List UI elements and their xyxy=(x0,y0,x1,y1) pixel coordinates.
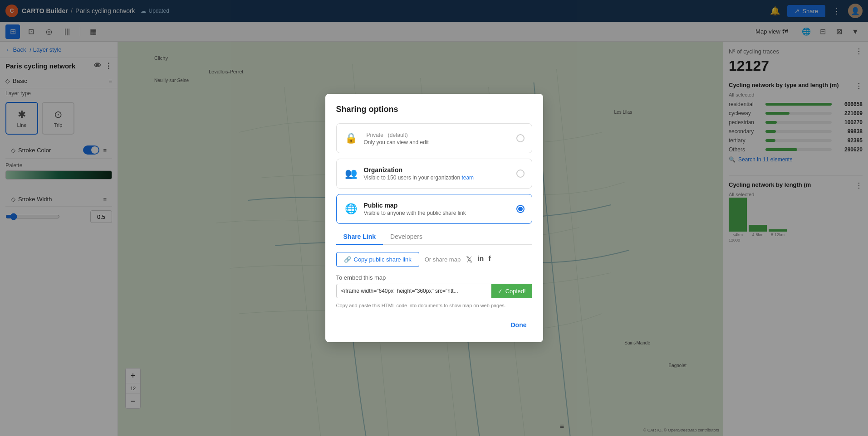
link-icon: 🔗 xyxy=(344,256,351,263)
private-option-card[interactable]: 🔒 Private (default) Only you can view an… xyxy=(336,123,532,153)
linkedin-icon[interactable]: in xyxy=(477,255,484,265)
org-team-link[interactable]: team xyxy=(461,174,474,181)
org-icon: 👥 xyxy=(344,168,358,179)
twitter-icon[interactable]: 𝕏 xyxy=(466,255,473,265)
embed-label: To embed this map xyxy=(336,274,532,281)
org-radio[interactable] xyxy=(516,170,525,178)
org-option-desc: Visible to 150 users in your organizatio… xyxy=(364,174,511,181)
share-actions: 🔗 Copy public share link Or share map 𝕏 … xyxy=(336,252,532,267)
modal-title: Sharing options xyxy=(336,105,532,114)
private-option-title: Private (default) xyxy=(364,131,511,138)
or-share-label: Or share map xyxy=(425,256,461,263)
private-option-desc: Only you can view and edit xyxy=(364,139,511,145)
facebook-icon[interactable]: f xyxy=(488,255,490,265)
check-icon: ✓ xyxy=(498,288,503,295)
public-option-desc: Visible to anyone with the public share … xyxy=(364,210,511,216)
copied-label: Copied! xyxy=(505,288,526,295)
private-option-content: Private (default) Only you can view and … xyxy=(364,131,511,145)
lock-icon: 🔒 xyxy=(344,132,358,144)
modal-footer: Done xyxy=(336,319,532,331)
embed-hint: Copy and paste this HTML code into docum… xyxy=(336,302,532,310)
private-radio[interactable] xyxy=(516,134,525,142)
copy-share-link-button[interactable]: 🔗 Copy public share link xyxy=(336,252,419,267)
org-option-title: Organization xyxy=(364,166,511,174)
globe-option-icon: 🌐 xyxy=(344,203,358,215)
sharing-modal: Sharing options 🔒 Private (default) Only… xyxy=(325,94,543,342)
embed-code-input[interactable] xyxy=(336,284,491,298)
modal-tabs: Share Link Developers xyxy=(336,229,532,245)
public-radio[interactable] xyxy=(516,205,525,213)
tab-share-link[interactable]: Share Link xyxy=(336,229,383,245)
modal-overlay: Sharing options 🔒 Private (default) Only… xyxy=(0,0,868,436)
org-option-card[interactable]: 👥 Organization Visible to 150 users in y… xyxy=(336,159,532,189)
org-option-content: Organization Visible to 150 users in you… xyxy=(364,166,511,181)
public-option-content: Public map Visible to anyone with the pu… xyxy=(364,202,511,216)
public-option-card[interactable]: 🌐 Public map Visible to anyone with the … xyxy=(336,194,532,224)
embed-section: To embed this map ✓ Copied! Copy and pas… xyxy=(336,274,532,310)
done-button[interactable]: Done xyxy=(505,319,532,331)
copied-button[interactable]: ✓ Copied! xyxy=(491,284,532,298)
embed-row: ✓ Copied! xyxy=(336,284,532,298)
social-icons: 𝕏 in f xyxy=(466,255,491,265)
public-option-title: Public map xyxy=(364,202,511,209)
tab-developers[interactable]: Developers xyxy=(383,229,430,245)
